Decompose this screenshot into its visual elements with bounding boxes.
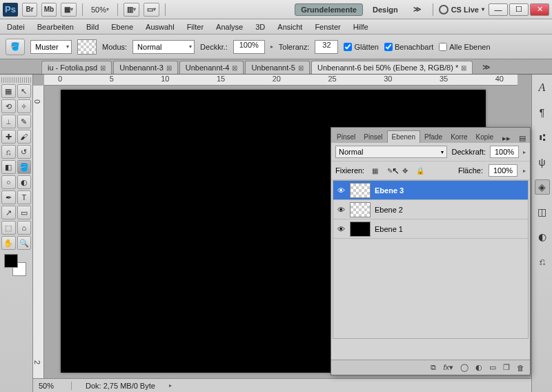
fx-icon[interactable]: fx▾ xyxy=(443,363,453,372)
file-tab[interactable]: Unbenannt-3⊠ xyxy=(113,61,178,74)
close-button[interactable]: ✕ xyxy=(530,3,549,16)
minimize-button[interactable]: — xyxy=(489,3,508,16)
layer-thumb[interactable] xyxy=(350,183,371,198)
status-zoom[interactable]: 50% xyxy=(39,382,72,390)
panel-tab[interactable]: Korre xyxy=(446,131,471,143)
shape-tool[interactable]: ▭ xyxy=(17,206,32,219)
workspace-grundelemente[interactable]: Grundelemente xyxy=(295,3,363,16)
menu-filter[interactable]: Filter xyxy=(187,23,204,31)
clone-panel-icon[interactable]: ◫ xyxy=(535,204,550,219)
layer-row[interactable]: 👁 Ebene 2 xyxy=(333,200,528,219)
cslive-button[interactable]: CS Live ▾ xyxy=(439,5,484,14)
bridge-button[interactable]: Br xyxy=(22,3,37,17)
layer-name[interactable]: Ebene 3 xyxy=(375,186,525,195)
panel-tab[interactable]: Pinsel xyxy=(359,131,386,143)
trash-icon[interactable]: 🗑 xyxy=(517,364,524,372)
menu-fenster[interactable]: Fenster xyxy=(315,23,340,31)
styles-panel-icon[interactable]: ⎌ xyxy=(535,254,550,269)
lock-transparent-icon[interactable]: ▦ xyxy=(370,166,379,175)
path-tool[interactable]: ↗ xyxy=(1,206,16,219)
deckkraft-input[interactable]: 100% xyxy=(233,40,265,54)
bucket-tool-icon[interactable]: 🪣 xyxy=(6,39,25,55)
layer-thumb[interactable] xyxy=(350,222,371,237)
fg-color[interactable] xyxy=(4,254,18,268)
blur-tool[interactable]: ○ xyxy=(1,175,16,189)
char-panel-icon[interactable]: A xyxy=(535,80,550,95)
wand-tool[interactable]: ✧ xyxy=(17,99,32,113)
lock-paint-icon[interactable]: ✎ xyxy=(385,166,395,175)
lasso-tool[interactable]: ⟲ xyxy=(1,99,16,113)
eraser-tool[interactable]: ◧ xyxy=(1,160,16,174)
close-icon[interactable]: ⊠ xyxy=(100,64,106,72)
menu-bearbeiten[interactable]: Bearbeiten xyxy=(37,23,74,31)
arrow-tool[interactable]: ↖ xyxy=(17,84,32,98)
layers-panel[interactable]: Pinsel Pinsel Ebenen Pfade Korre Kopie ▸… xyxy=(331,127,531,375)
workspace-design[interactable]: Design xyxy=(367,4,404,15)
alle-ebenen-checkbox[interactable]: Alle Ebenen xyxy=(439,43,490,51)
pen-tool[interactable]: ✒ xyxy=(1,190,16,204)
file-tab[interactable]: Unbenannt-5⊠ xyxy=(245,61,310,74)
fg-bg-swatches[interactable] xyxy=(4,254,26,276)
channels-panel-icon[interactable]: ⑆ xyxy=(535,130,550,145)
crop-tool[interactable]: ⟂ xyxy=(1,115,16,128)
paragraph-panel-icon[interactable]: ¶ xyxy=(535,105,550,120)
eye-icon[interactable]: 👁 xyxy=(336,224,346,234)
move-tool[interactable]: ▦ xyxy=(1,84,16,98)
mask-icon[interactable]: ◯ xyxy=(460,363,469,372)
tabs-overflow[interactable]: ≫ xyxy=(478,61,495,74)
toleranz-input[interactable]: 32 xyxy=(315,40,338,54)
hand-tool[interactable]: ✋ xyxy=(1,236,16,250)
menu-3d[interactable]: 3D xyxy=(255,23,265,31)
zoom-tool[interactable]: 🔍 xyxy=(17,236,32,250)
close-icon[interactable]: ⊠ xyxy=(166,64,172,72)
heal-tool[interactable]: ✚ xyxy=(1,130,16,144)
maximize-button[interactable]: ☐ xyxy=(509,3,529,16)
workspaces-more[interactable]: ≫ xyxy=(408,3,427,15)
bucket-tool[interactable]: 🪣 xyxy=(17,160,32,174)
menu-hilfe[interactable]: Hilfe xyxy=(353,23,368,31)
modus-dropdown[interactable]: Normal xyxy=(132,40,195,54)
glatten-checkbox[interactable]: Glätten xyxy=(344,43,378,51)
layout-dropdown[interactable]: ▦ xyxy=(61,3,77,17)
eye-icon[interactable]: 👁 xyxy=(336,186,346,195)
opacity-input[interactable]: 100% xyxy=(490,146,519,158)
panel-more[interactable]: ▸▸ xyxy=(498,134,515,143)
menu-ebene[interactable]: Ebene xyxy=(111,23,133,31)
pattern-swatch[interactable] xyxy=(77,39,97,55)
stamp-tool[interactable]: ⎌ xyxy=(1,145,16,159)
eye-icon[interactable]: 👁 xyxy=(336,205,346,215)
panel-tab[interactable]: Pfade xyxy=(420,131,446,143)
menu-datei[interactable]: Datei xyxy=(7,23,25,31)
panel-tab-ebenen[interactable]: Ebenen xyxy=(387,130,420,143)
link-layers-icon[interactable]: ⧉ xyxy=(431,363,436,372)
close-icon[interactable]: ⊠ xyxy=(461,64,466,72)
dodge-tool[interactable]: ◐ xyxy=(17,175,32,189)
file-tab[interactable]: iu - Fotolia.psd⊠ xyxy=(41,61,112,74)
panel-tab[interactable]: Kopie xyxy=(472,131,498,143)
ruler-horizontal[interactable]: 0510152025303540 xyxy=(44,75,518,86)
menu-bild[interactable]: Bild xyxy=(86,23,99,31)
fill-source-dropdown[interactable]: Muster xyxy=(30,40,72,54)
panel-menu-icon[interactable]: ▤ xyxy=(515,134,530,143)
history-tool[interactable]: ↺ xyxy=(17,145,32,159)
lock-move-icon[interactable]: ✥ xyxy=(400,166,410,175)
layer-name[interactable]: Ebene 1 xyxy=(375,225,525,233)
links-panel-icon[interactable]: ψ xyxy=(535,155,550,170)
menu-auswahl[interactable]: Auswahl xyxy=(146,23,175,31)
menu-ansicht[interactable]: Ansicht xyxy=(277,23,302,31)
panel-tab[interactable]: Pinsel xyxy=(333,131,359,143)
new-layer-icon[interactable]: ❐ xyxy=(503,363,510,372)
minibridge-button[interactable]: Mb xyxy=(41,3,57,17)
ruler-vertical[interactable]: 02 xyxy=(33,86,44,378)
layer-row[interactable]: 👁 Ebene 1 xyxy=(333,219,528,239)
screenmode-dropdown[interactable]: ▭ xyxy=(144,3,159,17)
layer-name[interactable]: Ebene 2 xyxy=(375,206,525,214)
3d-tool[interactable]: ⬚ xyxy=(1,221,16,235)
zoom-dropdown[interactable]: 50% xyxy=(88,3,112,17)
palette-grip[interactable] xyxy=(1,77,31,83)
brush-tool[interactable]: 🖌 xyxy=(17,130,32,144)
type-tool[interactable]: T xyxy=(17,190,32,204)
arrange-dropdown[interactable]: ▥ xyxy=(124,3,139,17)
layer-row[interactable]: 👁 Ebene 3 xyxy=(333,181,528,200)
layers-panel-icon[interactable]: ◈ xyxy=(535,179,550,195)
